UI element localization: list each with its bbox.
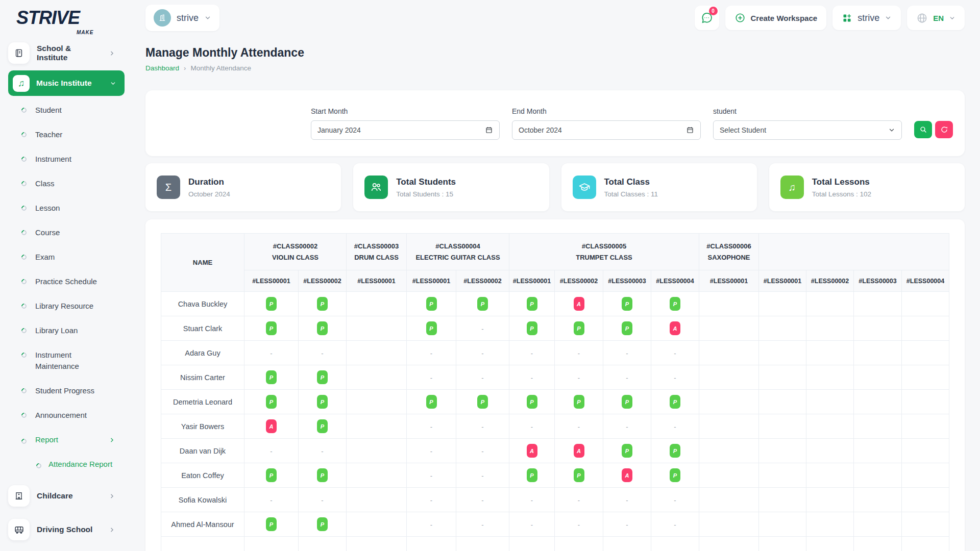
lesson-header: #LESS00002 — [806, 270, 854, 292]
sidebar-item-class[interactable]: Class — [8, 171, 125, 196]
attendance-cell: P — [299, 365, 347, 390]
attendance-cell: - — [407, 463, 456, 488]
no-attendance-dash: - — [531, 423, 533, 431]
present-chip: P — [317, 395, 328, 409]
sidebar-item-practice-schedule[interactable]: Practice Schedule — [8, 269, 125, 294]
no-attendance-dash: - — [578, 423, 580, 431]
table-row: Sofia Kowalski-------- — [161, 488, 949, 512]
sidebar-item-library-loan[interactable]: Library Loan — [8, 318, 125, 343]
no-attendance-dash: - — [674, 374, 676, 382]
attendance-cell — [699, 414, 759, 439]
refresh-button[interactable] — [935, 121, 953, 138]
attendance-cell: P — [555, 463, 603, 488]
sidebar-item-label: Student — [35, 105, 62, 116]
attendance-cell — [806, 414, 854, 439]
language-selector[interactable]: EN — [907, 6, 965, 30]
sidebar-item-exam[interactable]: Exam — [8, 245, 125, 269]
sidebar-item-label: Driving School — [37, 525, 102, 534]
chevron-down-icon — [204, 14, 211, 21]
attendance-cell: - — [603, 488, 651, 512]
loader-icon — [20, 327, 28, 334]
attendance-cell — [759, 512, 806, 537]
chat-button[interactable]: 0 — [695, 6, 719, 30]
present-chip: P — [622, 444, 632, 458]
sidebar-item-school-institute[interactable]: School & Institute — [8, 39, 125, 67]
attendance-cell — [902, 537, 949, 551]
student-name: Stuart Clark — [161, 316, 244, 341]
sidebar-item-teacher[interactable]: Teacher — [8, 122, 125, 147]
sidebar-item-childcare[interactable]: Childcare — [8, 482, 125, 510]
sidebar-item-movie-show-booking[interactable]: Movie Show Booking — [8, 549, 125, 551]
sidebar-item-music-institute[interactable]: ♫ Music Institute — [8, 70, 125, 96]
sidebar-item-student-progress[interactable]: Student Progress — [8, 379, 125, 403]
attendance-cell — [806, 439, 854, 463]
table-row: Demetria LeonardPPPPPPPP — [161, 390, 949, 414]
attendance-cell: - — [407, 512, 456, 537]
no-attendance-dash: - — [270, 447, 272, 455]
attendance-cell — [902, 292, 949, 316]
attendance-cell: P — [299, 414, 347, 439]
sidebar-item-label: Music Institute — [36, 79, 103, 88]
workspace-selector[interactable]: strive — [145, 5, 219, 31]
search-button[interactable] — [914, 121, 932, 138]
sidebar-item-course[interactable]: Course — [8, 220, 125, 245]
class-id: #CLASS00006 — [700, 241, 757, 252]
student-select[interactable]: Select Student — [713, 120, 902, 140]
sidebar-item-instrument-maintenance[interactable]: Instrument Maintenance — [8, 343, 125, 379]
loader-icon — [20, 412, 28, 419]
class-name: SAXOPHONE — [700, 252, 757, 263]
sidebar-item-lesson[interactable]: Lesson — [8, 196, 125, 220]
workspace-name: strive — [177, 13, 199, 23]
attendance-cell: - — [407, 414, 456, 439]
attendance-cell: - — [603, 512, 651, 537]
attendance-cell: P — [407, 316, 456, 341]
present-chip: P — [670, 297, 680, 311]
attendance-cell: - — [456, 512, 509, 537]
start-month-input[interactable]: January 2024 — [311, 120, 500, 140]
student-name: Daan van Dijk — [161, 439, 244, 463]
sidebar-item-library-resource[interactable]: Library Resource — [8, 294, 125, 318]
sidebar-item-label: Instrument — [35, 154, 71, 165]
attendance-cell: - — [509, 488, 555, 512]
bus-icon — [8, 519, 30, 540]
sidebar-item-driving-school[interactable]: Driving School — [8, 515, 125, 544]
no-attendance-dash: - — [430, 349, 432, 357]
attendance-cell: - — [555, 488, 603, 512]
calendar-icon[interactable] — [485, 126, 493, 134]
attendance-cell: P — [651, 463, 699, 488]
breadcrumb-dashboard-link[interactable]: Dashboard — [145, 64, 179, 72]
attendance-cell: - — [603, 365, 651, 390]
sidebar-item-label: Exam — [35, 252, 55, 263]
sidebar-item-label: Instrument Maintenance — [35, 349, 112, 372]
student-name: Nissim Carter — [161, 365, 244, 390]
attendance-cell — [854, 365, 902, 390]
column-header-name: NAME — [161, 234, 244, 292]
sidebar-item-instrument[interactable]: Instrument — [8, 147, 125, 171]
strive-logo[interactable]: STRIVE MAKE — [0, 7, 125, 29]
sidebar-item-attendance-report[interactable]: Attendance Report — [8, 452, 125, 477]
absent-chip: A — [670, 321, 680, 335]
organization-switcher[interactable]: strive — [832, 6, 901, 30]
student-name: Yasir Bowers — [161, 414, 244, 439]
sidebar-item-label: Library Resource — [35, 300, 93, 312]
no-attendance-dash: - — [481, 349, 483, 357]
class-group-header: #CLASS00004ELECTRIC GUITAR CLASS — [407, 234, 509, 270]
lesson-header: #LESS00002 — [555, 270, 603, 292]
attendance-cell: - — [651, 341, 699, 365]
class-group-header: #CLASS00003DRUM CLASS — [347, 234, 407, 270]
breadcrumb: Dashboard › Monthly Attendance — [145, 64, 965, 72]
present-chip: P — [266, 468, 277, 482]
sidebar-item-report[interactable]: Report — [8, 428, 125, 452]
sidebar-item-label: Childcare — [37, 491, 102, 500]
attendance-cell: - — [244, 439, 299, 463]
no-attendance-dash: - — [270, 349, 272, 357]
sidebar-item-student[interactable]: Student — [8, 98, 125, 122]
calendar-icon[interactable] — [686, 126, 694, 134]
sidebar-item-announcement[interactable]: Announcement — [8, 403, 125, 428]
absent-chip: A — [574, 444, 584, 458]
end-month-input[interactable]: October 2024 — [512, 120, 701, 140]
attendance-cell — [347, 341, 407, 365]
create-workspace-button[interactable]: Create Workspace — [725, 6, 827, 30]
attendance-cell: P — [299, 390, 347, 414]
attendance-cell — [699, 537, 759, 551]
